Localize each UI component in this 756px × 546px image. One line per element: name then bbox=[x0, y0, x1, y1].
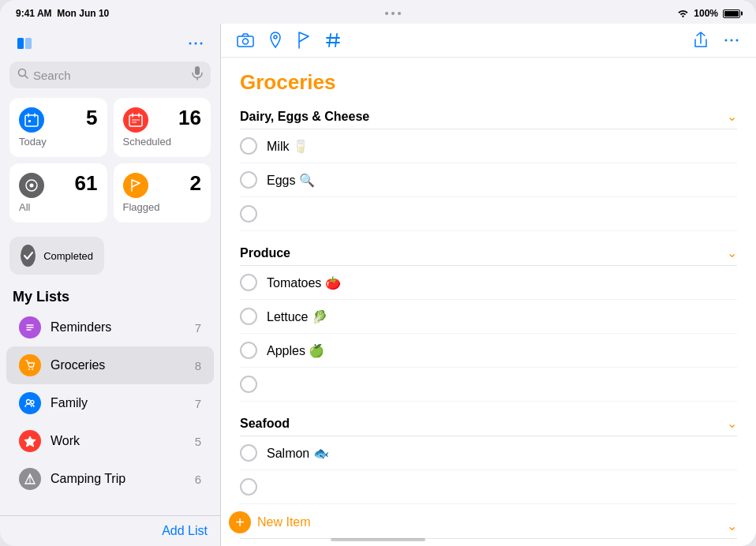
flag-icon[interactable] bbox=[297, 32, 311, 49]
my-lists-section: My Lists Reminders 7 Groceries 8 bbox=[0, 284, 220, 515]
svg-point-3 bbox=[195, 43, 197, 45]
all-icon bbox=[19, 173, 44, 198]
svg-point-25 bbox=[27, 400, 31, 404]
smart-list-all-top: 61 bbox=[19, 173, 98, 198]
detail-title: Groceries bbox=[221, 58, 756, 101]
section-dairy: Dairy, Eggs & Cheese ⌄ Milk 🥛 Eggs 🔍 bbox=[240, 101, 737, 231]
reminder-checkbox-lettuce[interactable] bbox=[240, 308, 257, 325]
smart-list-scheduled[interactable]: 16 Scheduled bbox=[114, 98, 211, 157]
chevron-down-icon-produce[interactable]: ⌄ bbox=[727, 245, 737, 260]
home-indicator bbox=[331, 538, 425, 541]
smart-list-flagged-top: 2 bbox=[123, 173, 202, 198]
reminder-item-milk: Milk 🥛 bbox=[240, 129, 737, 163]
today-icon bbox=[19, 107, 44, 133]
dot3 bbox=[398, 12, 401, 15]
reminder-add-produce[interactable] bbox=[240, 368, 737, 402]
reminder-checkbox-apples[interactable] bbox=[240, 342, 257, 359]
smart-list-flagged[interactable]: 2 Flagged bbox=[114, 163, 211, 223]
groceries-name: Groceries bbox=[51, 358, 185, 372]
reminder-item-tomatoes: Tomatoes 🍅 bbox=[240, 266, 737, 300]
completed-section: Completed bbox=[0, 232, 220, 284]
detail-toolbar bbox=[221, 24, 756, 58]
svg-point-36 bbox=[725, 39, 728, 42]
sidebar: Search 5 Today bbox=[0, 24, 221, 546]
wifi-icon bbox=[677, 8, 689, 20]
chevron-down-icon[interactable]: ⌄ bbox=[727, 109, 737, 124]
family-name: Family bbox=[51, 396, 185, 410]
new-item-button[interactable]: + New Item bbox=[229, 508, 311, 537]
reminder-checkbox-eggs[interactable] bbox=[240, 171, 257, 189]
section-title-seafood: Seafood bbox=[240, 417, 290, 431]
status-bar: 9:41 AM Mon Jun 10 100% bbox=[0, 0, 756, 24]
sidebar-toggle-button[interactable] bbox=[13, 32, 36, 55]
camping-count: 6 bbox=[195, 473, 201, 486]
sidebar-more-button[interactable] bbox=[184, 32, 208, 55]
add-item-circle-produce[interactable] bbox=[240, 376, 257, 393]
svg-point-26 bbox=[31, 401, 34, 404]
svg-point-4 bbox=[200, 43, 203, 45]
section-header-produce[interactable]: Produce ⌄ bbox=[240, 237, 737, 266]
groceries-icon bbox=[19, 354, 41, 376]
reminder-add-dairy[interactable] bbox=[240, 197, 737, 231]
list-item-work[interactable]: Work 5 bbox=[6, 422, 214, 460]
new-item-icon: + bbox=[229, 511, 251, 533]
share-icon[interactable] bbox=[693, 32, 709, 49]
flagged-label: Flagged bbox=[123, 201, 202, 213]
add-item-circle-seafood[interactable] bbox=[240, 478, 257, 496]
groceries-count: 8 bbox=[195, 359, 201, 372]
section-header-seafood[interactable]: Seafood ⌄ bbox=[240, 408, 737, 436]
list-item-camping[interactable]: Camping Trip 6 bbox=[6, 460, 214, 498]
chevron-down-icon-bakery[interactable]: ⌄ bbox=[727, 518, 737, 533]
sidebar-header bbox=[0, 24, 220, 62]
svg-rect-29 bbox=[238, 36, 253, 47]
reminder-text-milk: Milk 🥛 bbox=[267, 139, 309, 154]
section-header-bakery[interactable]: Bakery ⌄ bbox=[240, 510, 737, 539]
search-icon bbox=[17, 68, 28, 82]
add-list-button[interactable]: Add List bbox=[162, 524, 208, 538]
reminder-text-tomatoes: Tomatoes 🍅 bbox=[267, 275, 341, 290]
smart-lists: 5 Today 16 Scheduled bbox=[0, 98, 220, 232]
reminder-add-seafood[interactable] bbox=[240, 470, 737, 504]
family-count: 7 bbox=[195, 397, 201, 410]
reminder-checkbox-salmon[interactable] bbox=[240, 444, 257, 462]
my-lists-header: My Lists bbox=[0, 284, 220, 309]
completed-icon bbox=[21, 245, 36, 267]
list-item-reminders[interactable]: Reminders 7 bbox=[6, 309, 214, 346]
mic-icon[interactable] bbox=[192, 66, 203, 84]
flagged-icon bbox=[123, 173, 148, 198]
camera-icon[interactable] bbox=[237, 33, 254, 47]
reminder-checkbox-milk[interactable] bbox=[240, 137, 257, 155]
reminder-checkbox-tomatoes[interactable] bbox=[240, 274, 257, 291]
completed-button[interactable]: Completed bbox=[9, 237, 104, 275]
add-item-circle-dairy[interactable] bbox=[240, 205, 257, 223]
svg-point-37 bbox=[731, 39, 733, 42]
dot1 bbox=[385, 12, 388, 15]
list-item-groceries[interactable]: Groceries 8 bbox=[6, 346, 214, 384]
reminder-item-apples: Apples 🍏 bbox=[240, 334, 737, 368]
smart-list-today[interactable]: 5 Today bbox=[9, 98, 107, 157]
detail-more-icon[interactable] bbox=[723, 32, 740, 49]
search-bar[interactable]: Search bbox=[9, 62, 211, 88]
battery-fill bbox=[724, 11, 739, 17]
section-title-produce: Produce bbox=[240, 246, 290, 260]
section-bakery: Bakery ⌄ Croissants 🥐 bbox=[240, 510, 737, 546]
svg-point-23 bbox=[28, 368, 30, 370]
svg-rect-7 bbox=[195, 66, 200, 75]
search-input[interactable]: Search bbox=[33, 69, 187, 82]
completed-label: Completed bbox=[43, 250, 93, 262]
svg-point-30 bbox=[243, 39, 249, 44]
hashtag-icon[interactable] bbox=[325, 32, 341, 48]
location-icon[interactable] bbox=[268, 32, 283, 49]
svg-point-31 bbox=[274, 36, 277, 39]
smart-list-all[interactable]: 61 All bbox=[9, 163, 107, 223]
list-item-family[interactable]: Family 7 bbox=[6, 384, 214, 422]
section-header-dairy[interactable]: Dairy, Eggs & Cheese ⌄ bbox=[240, 101, 737, 129]
chevron-down-icon-seafood[interactable]: ⌄ bbox=[727, 416, 737, 431]
svg-line-32 bbox=[329, 34, 331, 47]
reminder-text-salmon: Salmon 🐟 bbox=[267, 446, 329, 461]
svg-rect-12 bbox=[28, 120, 31, 122]
today-label: Today bbox=[19, 136, 98, 148]
scheduled-label: Scheduled bbox=[123, 136, 202, 148]
scheduled-count: 16 bbox=[178, 107, 201, 128]
detail-content: Dairy, Eggs & Cheese ⌄ Milk 🥛 Eggs 🔍 bbox=[221, 101, 756, 546]
